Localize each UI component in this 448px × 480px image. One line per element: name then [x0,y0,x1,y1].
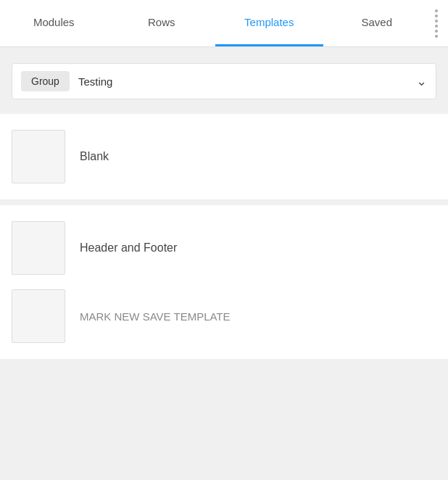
tab-rows[interactable]: Rows [108,0,216,46]
blank-section: Blank [0,114,448,199]
group-value: Testing [78,75,416,88]
drag-dot-3 [435,20,438,22]
top-nav: Modules Rows Templates Saved [0,0,448,47]
blank-label: Blank [80,150,109,163]
drag-dot-2 [435,15,438,17]
template-item-header-footer[interactable]: Header and Footer [12,214,436,282]
templates-section: Header and Footer MARK NEW SAVE TEMPLATE [0,205,448,359]
group-bar: Group Testing ⌄ [12,63,436,99]
mark-new-thumbnail [12,289,65,343]
drag-dot-1 [435,9,438,12]
tab-templates[interactable]: Templates [215,0,323,46]
drag-handle[interactable] [431,9,448,38]
header-footer-label: Header and Footer [80,241,177,255]
tab-saved[interactable]: Saved [323,0,431,46]
template-item-mark-new[interactable]: MARK NEW SAVE TEMPLATE [12,282,436,350]
group-button[interactable]: Group [21,71,70,91]
drag-dot-5 [435,30,438,33]
tab-modules[interactable]: Modules [0,0,108,46]
header-footer-thumbnail [12,221,65,275]
blank-thumbnail [12,130,65,183]
mark-new-label: MARK NEW SAVE TEMPLATE [80,310,231,323]
chevron-down-icon[interactable]: ⌄ [416,73,427,89]
drag-dot-4 [435,25,438,28]
nav-tabs: Modules Rows Templates Saved [0,0,431,46]
template-item-blank[interactable]: Blank [12,123,436,191]
drag-dot-6 [435,35,438,38]
